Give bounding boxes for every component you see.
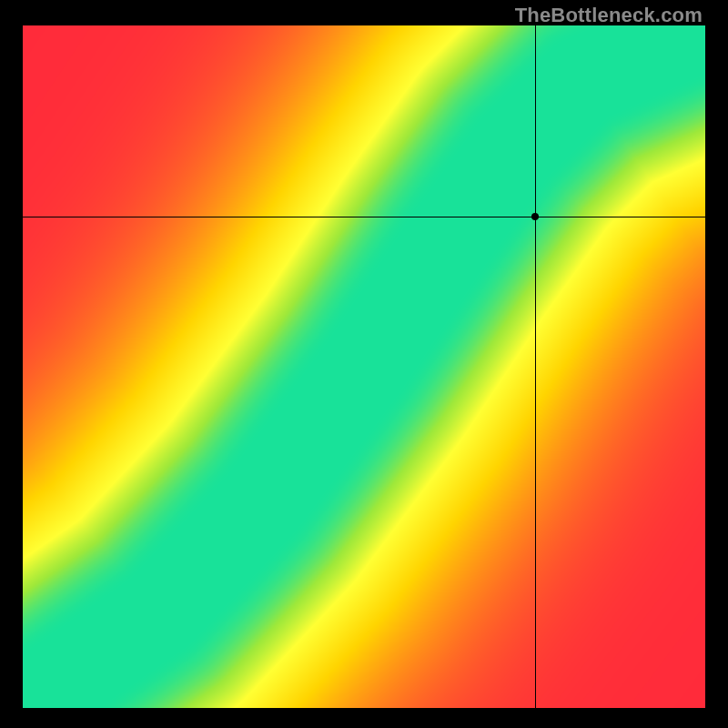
crosshair-vertical bbox=[535, 25, 536, 708]
crosshair-horizontal bbox=[23, 217, 705, 217]
attribution-text: TheBottleneck.com bbox=[515, 4, 703, 27]
heatmap-canvas bbox=[23, 25, 705, 708]
chart-container: TheBottleneck.com bbox=[0, 0, 728, 728]
marker-point bbox=[531, 213, 539, 220]
